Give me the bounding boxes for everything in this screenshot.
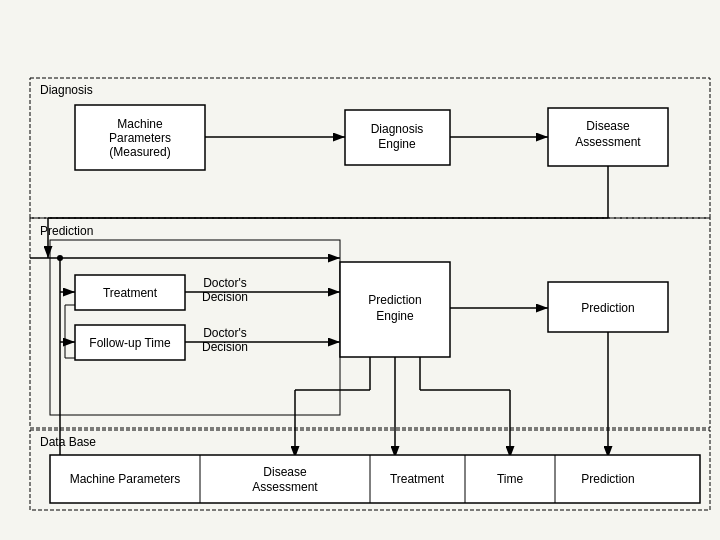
diagnosis-engine-text2: Engine [378,137,416,151]
diagnosis-label: Diagnosis [40,83,93,97]
machine-params-text: Machine [117,117,163,131]
diagnosis-engine-text: Diagnosis [371,122,424,136]
prediction-engine-text: Prediction [368,293,421,307]
db-col1-text: Machine Parameters [70,472,181,486]
database-label: Data Base [40,435,96,449]
db-col3-text: Treatment [390,472,445,486]
prediction-label: Prediction [40,224,93,238]
doctors-decision-1-text: Doctor's [203,276,247,290]
treatment-text: Treatment [103,286,158,300]
disease-assessment-text: Disease [586,119,630,133]
prediction-output-text: Prediction [581,301,634,315]
db-col2-text2: Assessment [252,480,318,494]
machine-params-text2: Parameters [109,131,171,145]
diagram: Diagnosis Machine Parameters (Measured) … [0,0,720,540]
disease-assessment-text2: Assessment [575,135,641,149]
followup-text: Follow-up Time [89,336,171,350]
prediction-engine-text2: Engine [376,309,414,323]
db-col4-text: Time [497,472,524,486]
db-col5-text: Prediction [581,472,634,486]
db-col2-text: Disease [263,465,307,479]
dot-top [57,255,63,261]
doctors-decision-2-text: Doctor's [203,326,247,340]
machine-params-text3: (Measured) [109,145,170,159]
